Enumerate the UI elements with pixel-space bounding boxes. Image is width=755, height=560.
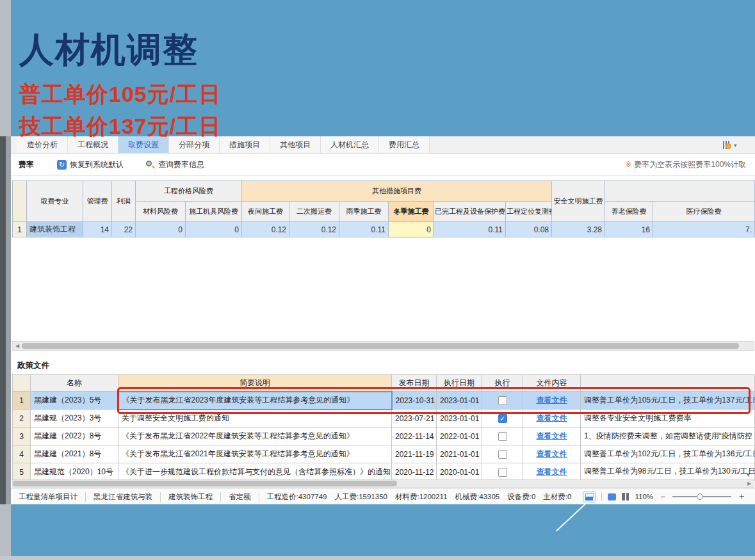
- labor-cost: 人工费:1591350: [334, 492, 387, 502]
- fee-table-hscrollbar[interactable]: ◀: [12, 341, 754, 351]
- cell-doc-name[interactable]: 黑建规（2023）3号: [31, 410, 118, 428]
- col-header-rainy-season: 雨季施工费: [339, 202, 389, 222]
- chevron-down-icon: ▾: [734, 142, 737, 148]
- cell-doc-name[interactable]: 黑建规范（2020）10号: [31, 463, 118, 481]
- tab-measure-items[interactable]: 措施项目: [220, 136, 270, 153]
- view-file-link[interactable]: 查看文件: [537, 413, 567, 422]
- row-number[interactable]: 4: [13, 445, 31, 463]
- cell-doc-summary[interactable]: 《关于进一步规范建设工程价款结算与支付的意见（含结算参照标准）》的通知: [118, 463, 392, 481]
- columns-view-icon[interactable]: [622, 493, 629, 500]
- execute-checkbox[interactable]: ✓: [498, 468, 507, 477]
- col-header-safety-civilized: 安全文明施工费: [552, 181, 605, 222]
- row-number[interactable]: 1: [13, 392, 31, 410]
- scroll-right-icon[interactable]: ▶: [745, 481, 754, 486]
- cell-execute: ✓: [482, 428, 523, 445]
- col-header-winter-work[interactable]: 冬季施工费: [389, 202, 434, 222]
- policy-row-3[interactable]: 3 黑建建（2022）8号 《关于发布黑龙江省2022年度建筑安装等工程结算参考…: [13, 428, 755, 445]
- cell-profession[interactable]: 建筑装饰工程: [27, 222, 83, 237]
- cell-execute: ✓: [482, 445, 523, 463]
- cell-pension-insurance[interactable]: 16: [605, 222, 653, 237]
- cell-exec-date[interactable]: 2022-01-01: [437, 428, 482, 445]
- cell-rainy-season[interactable]: 0.11: [339, 222, 389, 237]
- cell-file-content: 查看文件: [523, 428, 581, 445]
- restore-icon: ↻: [57, 160, 67, 170]
- view-file-link[interactable]: 查看文件: [537, 431, 567, 440]
- zoom-in-button[interactable]: ＋: [737, 491, 745, 502]
- cell-medical-insurance[interactable]: 7.: [653, 222, 755, 237]
- asterisk-icon: ※: [625, 160, 631, 169]
- tab-other-items[interactable]: 其他项目: [270, 136, 321, 153]
- policy-row-5[interactable]: 5 黑建规范（2020）10号 《关于进一步规范建设工程价款结算与支付的意见（含…: [13, 463, 755, 481]
- col-header-medical-insurance: 医疗保险费: [653, 202, 755, 222]
- cell-note[interactable]: 调整普工单价为102元/工日，技工单价为136元/工日: [581, 445, 755, 463]
- divider: [601, 492, 602, 501]
- panel-view-icon[interactable]: [583, 492, 596, 502]
- cell-publish-date[interactable]: 2022-11-14: [392, 428, 437, 445]
- execute-checkbox[interactable]: ✓: [498, 432, 507, 441]
- zoom-out-button[interactable]: −: [659, 492, 667, 502]
- machine-cost: 机械费:43305: [455, 492, 500, 502]
- search-icon: [145, 160, 155, 170]
- status-profession: 建筑装饰工程: [161, 492, 221, 502]
- cell-note[interactable]: 1、疫情防控费未调整，如需调整请使用“疫情防控: [581, 428, 755, 445]
- window-edge-mid: [6, 136, 11, 504]
- pointer-line-annotation: [556, 501, 588, 531]
- group-header-price-risk: 工程价格风险费: [136, 181, 242, 202]
- query-rate-button[interactable]: 查询费率信息: [145, 159, 204, 170]
- col-header-secondary-transport: 二次搬运费: [289, 202, 339, 222]
- row-number[interactable]: 2: [13, 410, 31, 428]
- main-material-cost: 主材费:0: [543, 492, 571, 502]
- cell-profit[interactable]: 22: [112, 222, 136, 237]
- row-number[interactable]: 1: [13, 222, 27, 237]
- cell-doc-name[interactable]: 黑建建（2023）5号: [31, 392, 118, 410]
- zoom-slider-knob[interactable]: [697, 493, 703, 500]
- policy-row-4[interactable]: 4 黑建建（2021）8号 《关于发布黑龙江省2021年度建筑安装等工程结算参考…: [13, 445, 755, 463]
- execute-checkbox[interactable]: ✓: [498, 414, 507, 423]
- cell-exec-date[interactable]: 2021-01-01: [437, 445, 482, 463]
- status-costs: 工程造价:4307749 人工费:1591350 材料费:1200211 机械费…: [259, 492, 580, 502]
- cell-winter-work-selected[interactable]: 0: [389, 222, 434, 237]
- view-file-link[interactable]: 查看文件: [537, 449, 567, 458]
- scrollbar-thumb[interactable]: [13, 481, 397, 486]
- zoom-slider[interactable]: [672, 493, 731, 500]
- view-file-link[interactable]: 查看文件: [537, 467, 567, 476]
- cell-management-fee[interactable]: 14: [83, 222, 112, 237]
- cell-doc-summary[interactable]: 《关于发布黑龙江省2022年度建筑安装等工程结算参考意见的通知》: [118, 428, 392, 445]
- cell-positioning-retest[interactable]: 0.08: [506, 222, 552, 237]
- execute-checkbox[interactable]: ✓: [498, 450, 507, 459]
- scroll-left-icon[interactable]: ◀: [13, 343, 22, 349]
- cell-publish-date[interactable]: 2020-11-12: [392, 463, 437, 481]
- fee-table-row: 1 建筑装饰工程 14 22 0 0 0.12 0.12 0.11 0 0.11…: [13, 222, 755, 237]
- restore-default-button[interactable]: ↻ 恢复到系统默认: [57, 159, 124, 170]
- cell-machine-risk[interactable]: 0: [186, 222, 242, 237]
- slide-bottom-strip: [0, 556, 755, 560]
- slide-subtitle-common-labor: 普工单价105元/工日: [19, 80, 221, 109]
- fee-rate-table: 取费专业 管理费 利润 工程价格风险费 其他措施项目费 安全文明施工费 材料风险…: [12, 180, 755, 237]
- slide-title: 人材机调整: [19, 27, 199, 74]
- tab-labor-material-summary[interactable]: 人材机汇总: [321, 136, 379, 153]
- cell-safety-civilized[interactable]: 3.28: [552, 222, 605, 237]
- cell-doc-name[interactable]: 黑建建（2022）8号: [31, 428, 118, 445]
- filter-button[interactable]: ▾: [722, 139, 743, 151]
- grid-view-icon[interactable]: [608, 493, 616, 500]
- policy-table-hscrollbar[interactable]: ▶: [12, 479, 754, 488]
- corner-cell: [13, 181, 27, 222]
- cell-secondary-transport[interactable]: 0.12: [289, 222, 339, 237]
- cell-publish-date[interactable]: 2021-11-19: [392, 445, 437, 463]
- cell-doc-summary[interactable]: 《关于发布黑龙江省2021年度建筑安装等工程结算参考意见的通知》: [118, 445, 392, 463]
- cell-file-content: 查看文件: [523, 445, 581, 463]
- cell-night-work[interactable]: 0.12: [242, 222, 289, 237]
- status-region: 黑龙江省建筑与装: [86, 492, 161, 502]
- restore-default-label: 恢复到系统默认: [70, 159, 124, 170]
- cell-material-risk[interactable]: 0: [136, 222, 186, 237]
- tab-cost-summary[interactable]: 费用汇总: [379, 136, 430, 153]
- cell-finished-protection[interactable]: 0.11: [434, 222, 506, 237]
- slide-subtitle-skilled-labor: 技工单价137元/工日: [19, 112, 221, 141]
- cell-exec-date[interactable]: 2020-01-01: [437, 463, 482, 481]
- col-header-profit: 利润: [112, 181, 136, 222]
- cell-doc-name[interactable]: 黑建建（2021）8号: [31, 445, 118, 463]
- row-number[interactable]: 5: [13, 463, 31, 481]
- scrollbar-thumb[interactable]: [22, 343, 739, 349]
- row-number[interactable]: 3: [13, 428, 31, 445]
- cell-note[interactable]: ▼调整普工单价为98元/工日，技工单价为130元/工日，: [581, 463, 755, 481]
